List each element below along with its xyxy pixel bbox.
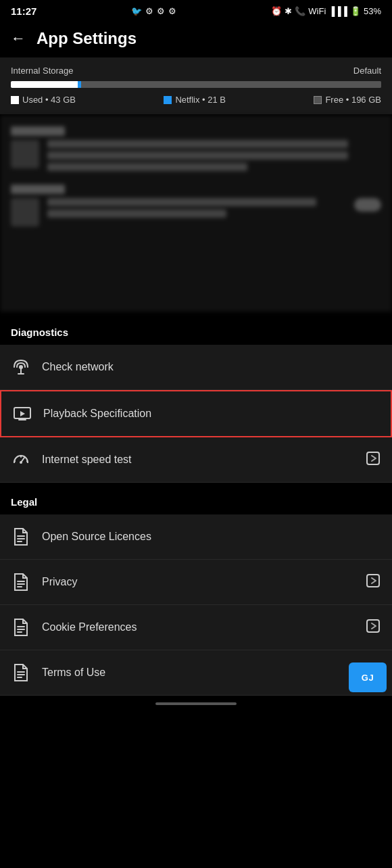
legend-dot-netflix — [164, 96, 172, 104]
speed-test-arrow — [365, 450, 381, 470]
legend-used-label: Used • 43 GB — [22, 95, 76, 105]
blur-text-2 — [47, 198, 346, 218]
app-header: ← App Settings — [0, 20, 392, 57]
storage-bar — [11, 81, 381, 88]
home-indicator-bar — [0, 696, 392, 709]
status-right-icons: ⏰ ✱ 📞 WiFi ▐▐▐ 🔋 53% — [271, 6, 381, 16]
page-title: App Settings — [36, 29, 137, 48]
diagnostics-section-label: Diagnostics — [0, 313, 392, 345]
legend-free-label: Free • 196 GB — [325, 95, 381, 105]
home-indicator — [155, 702, 237, 705]
document-icon-3 — [11, 617, 31, 637]
terms-label: Terms of Use — [42, 667, 354, 679]
alarm-icon: ⏰ — [271, 6, 282, 16]
legend-used: Used • 43 GB — [11, 95, 76, 105]
check-network-label: Check network — [42, 361, 381, 373]
blur-line-1c — [47, 163, 247, 171]
storage-legend: Used • 43 GB Netflix • 21 B Free • 196 G… — [11, 95, 381, 105]
watermark: GJ — [349, 662, 387, 692]
menu-item-terms[interactable]: Terms of Use GJ — [0, 650, 392, 696]
blur-line-1b — [47, 151, 348, 160]
app-settings-page: 11:27 🐦 ⚙ ⚙ ⚙ ⏰ ✱ 📞 WiFi ▐▐▐ 🔋 53% ← App… — [0, 0, 392, 709]
signal-icon: ▐▐▐ — [328, 6, 347, 16]
bluetooth-icon: ✱ — [285, 6, 292, 16]
status-bar: 11:27 🐦 ⚙ ⚙ ⚙ ⏰ ✱ 📞 WiFi ▐▐▐ 🔋 53% — [0, 0, 392, 20]
cookie-preferences-label: Cookie Preferences — [42, 621, 354, 633]
open-source-label: Open Source Licences — [42, 531, 381, 543]
svg-line-8 — [14, 461, 15, 462]
cog-icon-1: ⚙ — [145, 6, 153, 16]
blur-line-2a — [47, 198, 316, 206]
blur-label-1 — [11, 126, 65, 136]
document-icon-4 — [11, 662, 31, 683]
blur-line-1a — [47, 140, 348, 148]
storage-default: Default — [353, 66, 381, 76]
blur-text-1 — [47, 140, 381, 171]
menu-item-open-source[interactable]: Open Source Licences — [0, 514, 392, 560]
svg-point-7 — [20, 461, 22, 464]
svg-rect-22 — [367, 620, 379, 632]
legend-dot-free — [314, 96, 322, 104]
speed-test-label: Internet speed test — [42, 454, 354, 466]
back-button[interactable]: ← — [11, 30, 26, 47]
legend-netflix-label: Netflix • 21 B — [175, 95, 226, 105]
document-icon-1 — [11, 527, 31, 547]
svg-rect-11 — [367, 452, 379, 464]
playback-spec-label: Playback Specification — [43, 408, 380, 420]
battery-percent: 53% — [364, 6, 381, 16]
blur-label-2 — [11, 185, 65, 194]
cog-icon-2: ⚙ — [157, 6, 165, 16]
legend-free: Free • 196 GB — [314, 95, 381, 105]
status-icons: 🐦 ⚙ ⚙ ⚙ — [131, 6, 176, 16]
storage-label: Internal Storage — [11, 66, 74, 76]
playback-icon — [12, 404, 32, 424]
menu-item-internet-speed[interactable]: Internet speed test — [0, 437, 392, 483]
svg-line-9 — [27, 461, 28, 462]
blur-line-2b — [47, 210, 226, 218]
wifi-icon: WiFi — [308, 6, 326, 16]
blur-icon-box-1 — [11, 140, 39, 168]
blurred-content — [0, 116, 392, 312]
privacy-label: Privacy — [42, 576, 354, 588]
blur-item-2 — [11, 198, 381, 226]
privacy-arrow — [365, 573, 381, 592]
twitter-icon: 🐦 — [131, 6, 142, 16]
legend-netflix: Netflix • 21 B — [164, 95, 226, 105]
menu-item-check-network[interactable]: Check network — [0, 345, 392, 390]
call-icon: 📞 — [295, 6, 305, 16]
legend-dot-used — [11, 96, 19, 104]
svg-rect-18 — [367, 575, 379, 587]
document-icon-2 — [11, 572, 31, 592]
storage-section: Internal Storage Default Used • 43 GB Ne… — [0, 57, 392, 114]
speedometer-icon — [11, 450, 31, 470]
cog-icon-3: ⚙ — [168, 6, 176, 16]
menu-item-cookie-preferences[interactable]: Cookie Preferences — [0, 605, 392, 650]
menu-item-privacy[interactable]: Privacy — [0, 560, 392, 605]
storage-header: Internal Storage Default — [11, 66, 381, 76]
storage-bar-used — [11, 81, 78, 88]
network-icon — [11, 357, 31, 377]
blur-icon-box-2 — [11, 198, 39, 226]
cookie-preferences-arrow — [365, 618, 381, 637]
battery-icon: 🔋 — [350, 6, 361, 16]
blur-toggle — [354, 198, 381, 212]
legal-section-label: Legal — [0, 483, 392, 514]
storage-bar-free — [81, 81, 381, 88]
menu-item-playback-specification[interactable]: Playback Specification — [0, 390, 392, 437]
status-time: 11:27 — [11, 5, 36, 17]
blur-item-1 — [11, 140, 381, 171]
